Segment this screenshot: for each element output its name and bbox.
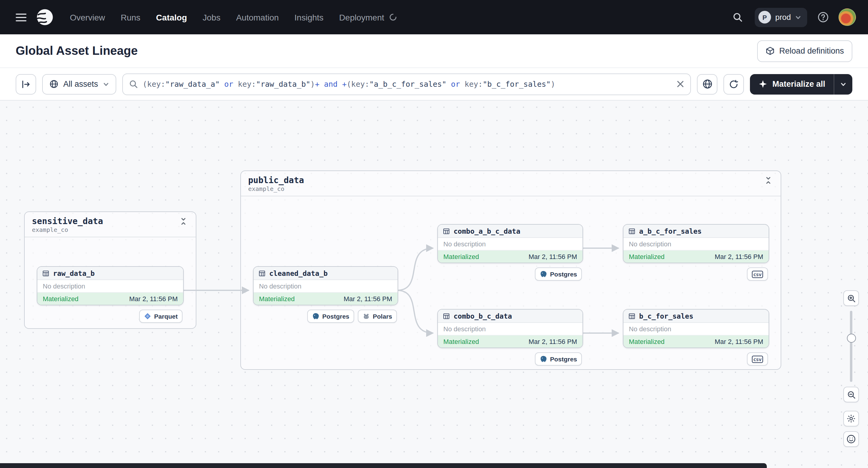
reload-definitions-button[interactable]: Reload definitions [757, 40, 852, 62]
nav-item-label: Runs [121, 12, 141, 22]
asset-selection-input[interactable]: (key:"raw_data_a" or key:"raw_data_b")+ … [122, 73, 691, 95]
materialized-date: Mar 2, 11:56 PM [715, 338, 763, 345]
materialized-status: Materialized [443, 253, 479, 260]
nav-item-label: Deployment [339, 12, 384, 22]
materialize-options-caret[interactable] [834, 74, 852, 94]
query-segment: ) [551, 80, 555, 89]
materialized-date: Mar 2, 11:56 PM [344, 295, 392, 302]
nav-item-automation[interactable]: Automation [236, 12, 279, 22]
zoom-slider-knob[interactable] [847, 334, 856, 343]
query-segment: key: [234, 80, 256, 89]
kind-label: Postgres [322, 313, 349, 320]
reload-definitions-label: Reload definitions [779, 46, 844, 55]
asset-node-combo_a_b_c_data[interactable]: combo_a_b_c_data No description Material… [437, 224, 583, 263]
lineage-canvas[interactable]: sensitive_data example_co public_data ex… [0, 101, 868, 468]
graph-settings-button[interactable] [697, 74, 717, 94]
search-icon[interactable] [730, 9, 746, 26]
deployment-avatar: P [758, 11, 771, 24]
materialized-status: Materialized [629, 253, 665, 260]
kind-label: Postgres [550, 271, 577, 278]
query-segment: + [342, 80, 347, 89]
zoom-slider[interactable] [843, 311, 859, 382]
csv-icon: CSV [752, 355, 763, 363]
zoom-out-button[interactable] [843, 387, 859, 402]
query-segment [220, 80, 224, 89]
table-icon [42, 270, 50, 277]
postgres-icon [312, 313, 319, 320]
asset-node-cleaned_data_b[interactable]: cleaned_data_b No description Materializ… [253, 266, 398, 305]
bottom-panel-handle[interactable] [0, 463, 767, 468]
svg-text:CSV: CSV [753, 273, 762, 277]
kind-tag-postgres[interactable]: Postgres [535, 268, 582, 281]
query-segment: "b_c_for_sales" [483, 80, 551, 89]
postgres-icon [540, 271, 547, 278]
zoom-slider-track [850, 311, 852, 382]
dagster-logo-icon[interactable] [35, 7, 54, 27]
asset-status-row: Materialized Mar 2, 11:56 PM [438, 251, 583, 262]
asset-node-combo_b_c_data[interactable]: combo_b_c_data No description Materializ… [437, 309, 583, 348]
nav-item-catalog[interactable]: Catalog [156, 12, 187, 22]
nav-item-deployment[interactable]: Deployment [339, 12, 397, 22]
help-icon[interactable] [815, 10, 830, 24]
refresh-button[interactable] [723, 74, 744, 94]
kind-tag-postgres[interactable]: Postgres [307, 310, 354, 323]
asset-node-header: a_b_c_for_sales [623, 225, 769, 238]
nav-right: P prod [730, 7, 856, 27]
table-icon [443, 312, 450, 319]
deployment-switcher[interactable]: P prod [755, 7, 807, 27]
asset-status-row: Materialized Mar 2, 11:56 PM [623, 251, 769, 262]
spinner-icon [389, 13, 397, 21]
nav-item-label: Insights [294, 12, 324, 22]
query-segment [319, 80, 324, 89]
clear-input-icon[interactable] [677, 80, 684, 88]
query-segment: (key: [143, 80, 165, 89]
polars-icon [363, 313, 370, 320]
feedback-button[interactable] [843, 431, 859, 447]
user-avatar[interactable] [838, 8, 856, 26]
asset-node-raw_data_b[interactable]: raw_data_b No description Materialized M… [37, 266, 184, 305]
nav-item-overview[interactable]: Overview [70, 12, 105, 22]
nav-item-insights[interactable]: Insights [294, 12, 324, 22]
asset-node-b_c_for_sales[interactable]: b_c_for_sales No description Materialize… [623, 309, 769, 348]
query-segment: "raw_data_b" [256, 80, 311, 89]
asset-node-header: b_c_for_sales [623, 310, 769, 323]
asset-filter-dropdown[interactable]: All assets [42, 74, 116, 94]
postgres-icon [540, 355, 547, 363]
nav-items: OverviewRunsCatalogJobsAutomationInsight… [70, 12, 397, 22]
materialized-status: Materialized [629, 338, 665, 345]
table-icon [258, 270, 266, 277]
zoom-in-button[interactable] [843, 290, 859, 306]
nav-item-jobs[interactable]: Jobs [203, 12, 220, 22]
kind-label: Parquet [154, 313, 178, 320]
group-title: public_data example_co [248, 175, 304, 192]
open-left-panel-button[interactable] [16, 74, 36, 94]
asset-node-a_b_c_for_sales[interactable]: a_b_c_for_sales No description Materiali… [623, 224, 769, 263]
kind-tag-postgres[interactable]: Postgres [535, 352, 582, 366]
chevron-down-icon [103, 81, 109, 87]
settings-button[interactable] [843, 411, 859, 427]
kind-tag-polars[interactable]: Polars [358, 310, 397, 323]
gear-icon [846, 414, 856, 424]
kind-tag-csv[interactable]: CSV [747, 268, 768, 281]
kind-label: Polars [373, 313, 392, 320]
collapse-group-icon[interactable] [178, 216, 189, 226]
query-segment: and [324, 80, 338, 89]
asset-kind-tags: CSV [623, 268, 768, 281]
asset-description: No description [623, 323, 769, 336]
query-segment: or [224, 80, 234, 89]
parquet-icon [144, 313, 151, 320]
kind-label: Postgres [550, 355, 577, 363]
nav-item-runs[interactable]: Runs [121, 12, 141, 22]
asset-node-header: combo_a_b_c_data [438, 225, 583, 238]
asset-name: combo_b_c_data [454, 312, 512, 320]
table-icon [443, 227, 450, 235]
kind-tag-csv[interactable]: CSV [747, 352, 768, 366]
svg-text:CSV: CSV [753, 357, 762, 362]
kind-tag-parquet[interactable]: Parquet [139, 310, 183, 323]
collapse-group-icon[interactable] [763, 175, 773, 186]
search-icon [129, 80, 138, 89]
menu-icon[interactable] [12, 8, 30, 26]
materialize-all-button[interactable]: Materialize all [750, 74, 852, 94]
materialized-status: Materialized [443, 338, 479, 345]
globe-icon [702, 79, 712, 89]
